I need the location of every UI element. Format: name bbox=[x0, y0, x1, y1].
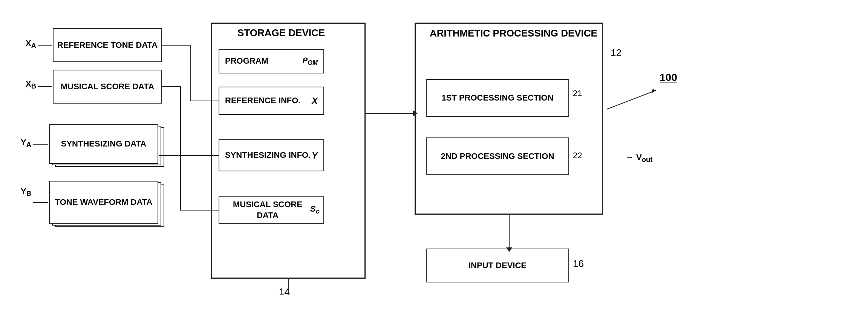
second-processing-box: 2ND PROCESSING SECTION bbox=[426, 137, 569, 175]
ya-line bbox=[33, 144, 48, 145]
arithmetic-title: ARITHMETIC PROCESSING DEVICE bbox=[430, 27, 597, 40]
xa-label: XA bbox=[26, 38, 36, 50]
reference-tone-box: REFERENCE TONE DATA bbox=[53, 28, 162, 62]
xa-line bbox=[38, 45, 52, 46]
ref-to-storage-v bbox=[190, 45, 191, 101]
storage-to-arith-line bbox=[366, 113, 415, 114]
num-22: 22 bbox=[573, 151, 582, 160]
storage-musical-score-box: MUSICAL SCORE DATA Sc bbox=[219, 196, 324, 224]
arithmetic-outer bbox=[415, 23, 603, 215]
diagram: XA REFERENCE TONE DATA XB MUSICAL SCORE … bbox=[0, 0, 868, 325]
num-100: 100 bbox=[660, 72, 677, 84]
score-to-storage-h bbox=[162, 86, 180, 87]
num-100-arrow-line bbox=[607, 87, 667, 118]
score-to-storage-h2 bbox=[180, 210, 219, 211]
yb-label: YB bbox=[21, 186, 31, 198]
svg-line-0 bbox=[607, 90, 656, 109]
synthesizing-info-box: SYNTHESIZING INFO. Y bbox=[219, 139, 324, 171]
ya-label: YA bbox=[21, 137, 31, 149]
num-16: 16 bbox=[573, 258, 584, 270]
yb-line bbox=[33, 202, 48, 203]
ref-to-storage-h2 bbox=[190, 101, 219, 101]
reference-info-box: REFERENCE INFO. X bbox=[219, 87, 324, 115]
input-device-box: INPUT DEVICE bbox=[426, 249, 569, 282]
svg-marker-1 bbox=[651, 89, 656, 93]
arith-to-input-v bbox=[509, 215, 510, 249]
synth-to-storage-h bbox=[159, 155, 219, 156]
vout-label: → Vout bbox=[626, 153, 652, 164]
ref-to-storage-line bbox=[162, 45, 190, 46]
xb-label: XB bbox=[26, 79, 36, 90]
first-processing-box: 1ST PROCESSING SECTION bbox=[426, 79, 569, 117]
num-12: 12 bbox=[611, 47, 622, 59]
storage-device-title: STORAGE DEVICE bbox=[237, 27, 325, 39]
arith-to-input-arrow bbox=[506, 247, 512, 252]
musical-score-box: MUSICAL SCORE DATA bbox=[53, 70, 162, 104]
score-to-storage-v bbox=[180, 86, 181, 211]
num-21: 21 bbox=[573, 88, 582, 98]
program-box: PROGRAM PGM bbox=[219, 49, 324, 73]
xb-line bbox=[38, 86, 52, 87]
storage-to-arith-arrow bbox=[413, 110, 418, 116]
storage-bottom-line bbox=[288, 279, 289, 294]
